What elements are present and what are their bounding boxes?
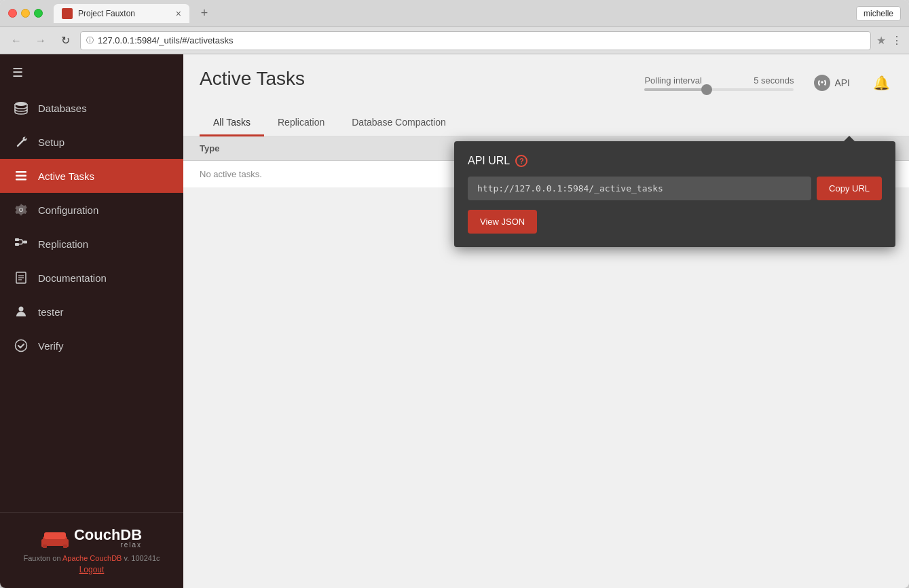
wrench-icon bbox=[14, 134, 29, 149]
footer-info: Fauxton on Apache CouchDB v. 100241c bbox=[14, 554, 170, 562]
api-button[interactable]: API bbox=[807, 71, 857, 95]
sidebar-item-active-tasks[interactable]: Active Tasks bbox=[0, 159, 183, 193]
sidebar-item-setup[interactable]: Setup bbox=[0, 125, 183, 159]
apache-couchdb-link[interactable]: Apache CouchDB bbox=[62, 554, 122, 562]
lock-icon: ⓘ bbox=[86, 35, 94, 45]
svg-point-11 bbox=[19, 307, 24, 312]
polling-label: Polling interval bbox=[644, 75, 702, 86]
sidebar-item-label: Documentation bbox=[38, 272, 107, 284]
sidebar-item-label: tester bbox=[38, 306, 64, 318]
svg-rect-1 bbox=[16, 171, 26, 173]
api-btn-label: API bbox=[834, 77, 850, 88]
browser-tab[interactable]: Project Fauxton × bbox=[54, 4, 189, 23]
traffic-lights bbox=[8, 9, 43, 18]
minimize-window-button[interactable] bbox=[21, 9, 30, 18]
hamburger-icon: ☰ bbox=[12, 65, 23, 80]
sidebar-item-documentation[interactable]: Documentation bbox=[0, 261, 183, 295]
sidebar-item-label: Replication bbox=[38, 238, 88, 250]
reload-button[interactable]: ↻ bbox=[56, 31, 75, 50]
sidebar-item-label: Verify bbox=[38, 340, 64, 352]
titlebar: Project Fauxton × + michelle bbox=[0, 0, 909, 27]
tab-all-tasks[interactable]: All Tasks bbox=[200, 111, 264, 136]
main-content: Active Tasks Polling interval 5 seconds bbox=[183, 54, 909, 588]
sidebar-item-configuration[interactable]: Configuration bbox=[0, 193, 183, 227]
help-icon[interactable]: ? bbox=[515, 155, 527, 167]
app-content: ☰ Databases Setup bbox=[0, 54, 909, 588]
check-icon bbox=[14, 338, 29, 353]
copy-url-button[interactable]: Copy URL bbox=[817, 177, 882, 200]
sidebar-item-label: Active Tasks bbox=[38, 170, 94, 182]
svg-rect-6 bbox=[23, 241, 27, 244]
database-icon bbox=[14, 100, 29, 115]
polling-slider[interactable] bbox=[644, 88, 794, 91]
header-controls: Polling interval 5 seconds API bbox=[644, 68, 893, 95]
sidebar-footer: CouchDB relax Fauxton on Apache CouchDB … bbox=[0, 512, 183, 588]
book-icon bbox=[14, 270, 29, 285]
view-json-button[interactable]: View JSON bbox=[468, 210, 537, 234]
sidebar-item-databases[interactable]: Databases bbox=[0, 91, 183, 125]
tab-database-compaction[interactable]: Database Compaction bbox=[338, 111, 460, 136]
address-text: 127.0.0.1:5984/_utils/#/activetasks bbox=[98, 35, 233, 45]
api-url-row: Copy URL bbox=[468, 177, 882, 200]
svg-rect-2 bbox=[16, 175, 26, 177]
list-icon bbox=[14, 168, 29, 183]
svg-rect-4 bbox=[15, 238, 19, 241]
user-badge: michelle bbox=[856, 6, 901, 21]
sidebar-menu-button[interactable]: ☰ bbox=[0, 54, 183, 91]
svg-point-12 bbox=[16, 340, 27, 352]
page-title: Active Tasks bbox=[200, 68, 305, 90]
polling-interval: Polling interval 5 seconds bbox=[644, 75, 794, 91]
close-window-button[interactable] bbox=[8, 9, 17, 18]
sidebar: ☰ Databases Setup bbox=[0, 54, 183, 588]
api-url-input[interactable] bbox=[468, 177, 811, 200]
svg-rect-17 bbox=[43, 545, 47, 548]
svg-rect-5 bbox=[15, 243, 19, 246]
svg-rect-18 bbox=[63, 545, 67, 548]
footer-version: v. 100241c bbox=[122, 554, 160, 562]
slider-track bbox=[644, 88, 704, 91]
tab-favicon-icon bbox=[62, 8, 73, 19]
svg-rect-16 bbox=[44, 532, 66, 539]
bookmark-star-icon[interactable]: ★ bbox=[876, 34, 886, 47]
api-popup-title: API URL ? bbox=[468, 155, 882, 167]
sidebar-item-replication[interactable]: Replication bbox=[0, 227, 183, 261]
maximize-window-button[interactable] bbox=[34, 9, 43, 18]
notifications-button[interactable]: 🔔 bbox=[870, 72, 893, 94]
svg-rect-3 bbox=[16, 179, 26, 181]
tab-close-button[interactable]: × bbox=[176, 8, 181, 19]
footer-info-text: Fauxton on bbox=[23, 554, 62, 562]
polling-value: 5 seconds bbox=[754, 75, 794, 86]
sidebar-item-tester[interactable]: tester bbox=[0, 295, 183, 329]
main-header: Active Tasks Polling interval 5 seconds bbox=[183, 54, 909, 95]
replication-icon bbox=[14, 236, 29, 251]
svg-point-0 bbox=[15, 102, 27, 106]
api-popup: API URL ? Copy URL View JSON bbox=[454, 141, 895, 247]
tabs-container: All Tasks Replication Database Compactio… bbox=[183, 100, 909, 136]
tab-title: Project Fauxton bbox=[78, 9, 135, 18]
sidebar-item-verify[interactable]: Verify bbox=[0, 329, 183, 363]
sidebar-item-label: Databases bbox=[38, 103, 87, 114]
browser-toolbar: ← → ↻ ⓘ 127.0.0.1:5984/_utils/#/activeta… bbox=[0, 27, 909, 54]
sidebar-item-label: Configuration bbox=[38, 204, 98, 216]
sidebar-item-label: Setup bbox=[38, 136, 64, 148]
col-type: Type bbox=[183, 136, 490, 161]
couchdb-logo: CouchDB relax bbox=[14, 526, 170, 549]
address-bar[interactable]: ⓘ 127.0.0.1:5984/_utils/#/activetasks bbox=[80, 31, 871, 50]
tab-replication[interactable]: Replication bbox=[264, 111, 338, 136]
slider-thumb[interactable] bbox=[701, 84, 712, 95]
new-tab-button[interactable]: + bbox=[195, 4, 214, 23]
logout-link[interactable]: Logout bbox=[14, 565, 170, 574]
back-button[interactable]: ← bbox=[7, 31, 26, 50]
sidebar-nav: Databases Setup Active Tasks bbox=[0, 91, 183, 512]
couch-logo-icon bbox=[41, 527, 69, 549]
browser-menu-icon[interactable]: ⋮ bbox=[891, 34, 902, 47]
api-link-icon bbox=[814, 75, 830, 91]
gear-icon bbox=[14, 202, 29, 217]
user-icon bbox=[14, 304, 29, 319]
forward-button[interactable]: → bbox=[31, 31, 50, 50]
